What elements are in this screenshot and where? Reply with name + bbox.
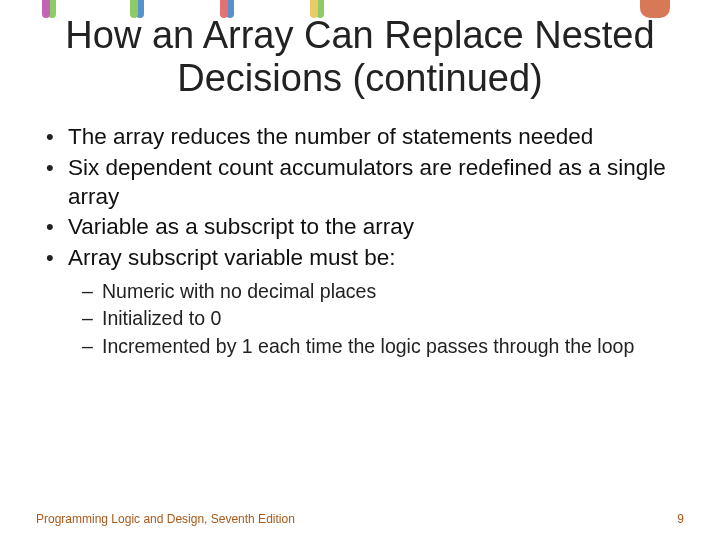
bullet-text: Incremented by 1 each time the logic pas… [102, 335, 634, 357]
bullet-text: Variable as a subscript to the array [68, 214, 414, 239]
bullet-list: The array reduces the number of statemen… [46, 123, 684, 359]
list-item: Array subscript variable must be: Numeri… [46, 244, 684, 359]
footer-source: Programming Logic and Design, Seventh Ed… [36, 512, 295, 526]
sub-bullet-list: Numeric with no decimal places Initializ… [68, 279, 684, 359]
list-item: The array reduces the number of statemen… [46, 123, 684, 152]
slide: How an Array Can Replace Nested Decision… [0, 0, 720, 540]
bullet-text: Initialized to 0 [102, 307, 221, 329]
list-item: Incremented by 1 each time the logic pas… [82, 334, 684, 359]
slide-content: The array reduces the number of statemen… [36, 123, 684, 359]
slide-title: How an Array Can Replace Nested Decision… [50, 14, 670, 99]
list-item: Six dependent count accumulators are red… [46, 154, 684, 212]
bullet-text: The array reduces the number of statemen… [68, 124, 593, 149]
bullet-text: Six dependent count accumulators are red… [68, 155, 666, 209]
bullet-text: Numeric with no decimal places [102, 280, 376, 302]
list-item: Variable as a subscript to the array [46, 213, 684, 242]
slide-footer: Programming Logic and Design, Seventh Ed… [36, 512, 684, 526]
slide-number: 9 [677, 512, 684, 526]
bullet-text: Array subscript variable must be: [68, 245, 396, 270]
list-item: Numeric with no decimal places [82, 279, 684, 304]
list-item: Initialized to 0 [82, 306, 684, 331]
